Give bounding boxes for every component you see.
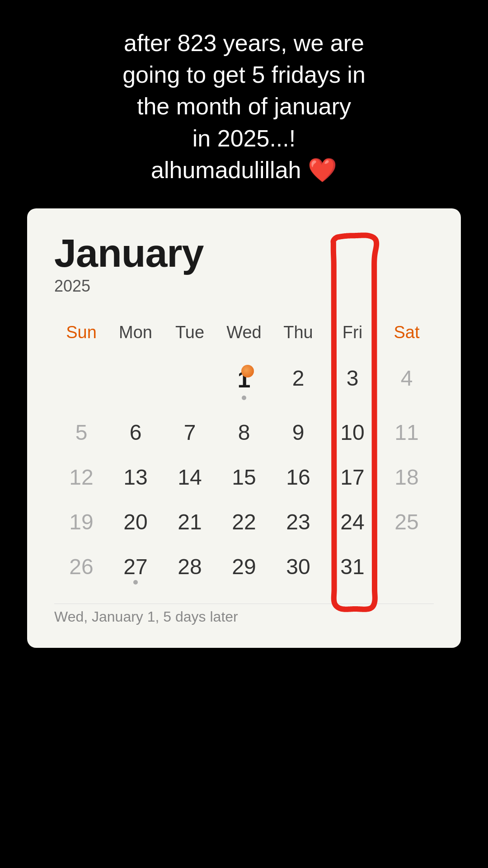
- day-23: 23: [271, 500, 325, 544]
- day-13: 13: [108, 455, 163, 500]
- day-2: 2: [271, 356, 325, 410]
- day-22: 22: [217, 500, 271, 544]
- calendar-container: January 2025 Sun Mon Tue Wed Thu Fri Sat…: [27, 208, 461, 648]
- day-5: 5: [54, 410, 108, 455]
- header-sat: Sat: [380, 318, 434, 356]
- day-18: 18: [380, 455, 434, 500]
- day-cell-empty: [380, 544, 434, 594]
- day-24: 24: [325, 500, 380, 544]
- header-wed: Wed: [217, 318, 271, 356]
- day-cell: [54, 356, 108, 410]
- day-9: 9: [271, 410, 325, 455]
- day-17: 17: [325, 455, 380, 500]
- top-text-section: after 823 years, we are going to get 5 f…: [0, 0, 488, 208]
- day-12: 12: [54, 455, 108, 500]
- header-tue: Tue: [163, 318, 217, 356]
- day-28: 28: [163, 544, 217, 594]
- day-29: 29: [217, 544, 271, 594]
- calendar-grid: Sun Mon Tue Wed Thu Fri Sat 1 2 3 4 5 6 …: [54, 318, 434, 594]
- day-25: 25: [380, 500, 434, 544]
- header-sun: Sun: [54, 318, 108, 356]
- day-20: 20: [108, 500, 163, 544]
- day-15: 15: [217, 455, 271, 500]
- day-19: 19: [54, 500, 108, 544]
- day-10: 10: [325, 410, 380, 455]
- header-fri: Fri: [325, 318, 380, 356]
- day-3: 3: [325, 356, 380, 410]
- top-text-content: after 823 years, we are going to get 5 f…: [122, 30, 366, 183]
- day-14: 14: [163, 455, 217, 500]
- day-cell: [108, 356, 163, 410]
- month-title: January: [54, 233, 434, 273]
- header-thu: Thu: [271, 318, 325, 356]
- day-26: 26: [54, 544, 108, 594]
- day-21: 21: [163, 500, 217, 544]
- header-mon: Mon: [108, 318, 163, 356]
- day-7: 7: [163, 410, 217, 455]
- day-16: 16: [271, 455, 325, 500]
- day-6: 6: [108, 410, 163, 455]
- day-4: 4: [380, 356, 434, 410]
- day-31: 31: [325, 544, 380, 594]
- day-11: 11: [380, 410, 434, 455]
- status-bar: Wed, January 1, 5 days later: [54, 604, 434, 625]
- day-cell: [163, 356, 217, 410]
- day-8: 8: [217, 410, 271, 455]
- day-1: 1: [217, 356, 271, 410]
- day-30: 30: [271, 544, 325, 594]
- year-label: 2025: [54, 277, 434, 296]
- day-27: 27: [108, 544, 163, 594]
